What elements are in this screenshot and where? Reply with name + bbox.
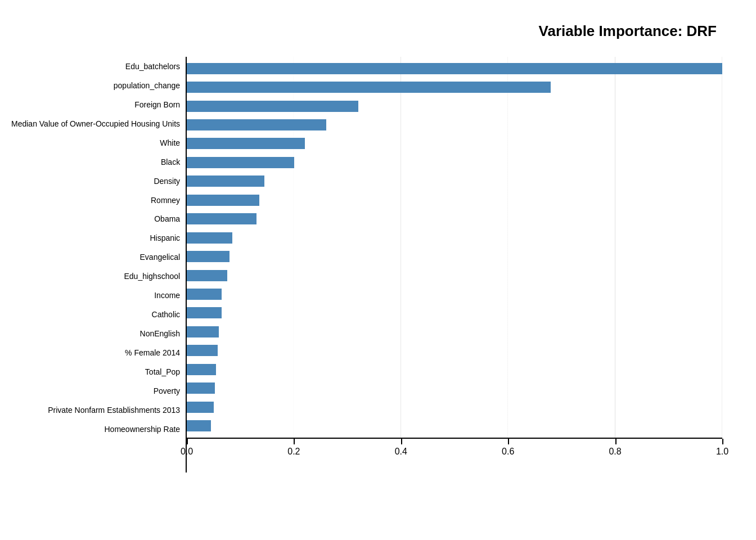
bar [187, 382, 214, 394]
chart-title: Variable Importance: DRF [539, 22, 722, 40]
y-label: White [160, 139, 180, 147]
bar-row [187, 230, 722, 246]
y-label: Private Nonfarm Establishments 2013 [48, 406, 180, 414]
bar [187, 213, 256, 224]
x-tick-label: 0.0 [181, 447, 193, 457]
y-label: NonEnglish [140, 330, 181, 338]
y-label: % Female 2014 [125, 349, 180, 357]
bar [187, 157, 294, 168]
bar-row [187, 136, 722, 151]
y-label: Catholic [152, 310, 181, 318]
bar [187, 138, 304, 149]
bar [187, 402, 214, 413]
bar [187, 119, 326, 130]
y-label: Median Value of Owner-Occupied Housing U… [11, 120, 180, 128]
bar-row [187, 98, 722, 114]
bar-row [187, 399, 722, 415]
y-label: Poverty [154, 387, 180, 395]
x-tick-mark [508, 439, 509, 444]
y-label: Density [154, 177, 180, 185]
bar-row [187, 173, 722, 189]
bar-row [187, 192, 722, 208]
bar [187, 307, 222, 318]
x-axis-area: 0.00.20.40.60.81.0 [186, 439, 722, 472]
x-tick-mark [294, 439, 295, 444]
y-label: population_change [114, 82, 180, 89]
y-label: Foreign Born [134, 101, 180, 109]
y-label: Homeownership Rate [105, 425, 181, 433]
y-label: Edu_batchelors [125, 62, 180, 70]
bar [187, 251, 230, 262]
x-tick-label: 0.6 [502, 447, 514, 457]
y-label: Black [161, 158, 180, 166]
bar [187, 289, 222, 300]
x-tick-label: 0.4 [395, 447, 407, 457]
y-label: Evangelical [140, 253, 181, 261]
y-label: Edu_highschool [124, 272, 180, 280]
bar [187, 176, 264, 187]
bar-row [187, 324, 722, 340]
bar-row [187, 155, 722, 170]
y-label: Obama [154, 215, 180, 223]
bar-row [187, 79, 722, 95]
x-tick-label: 0.8 [609, 447, 621, 457]
bar [187, 326, 219, 338]
bar [187, 101, 358, 112]
bar [187, 420, 211, 431]
x-tick-mark [401, 439, 402, 444]
bars-area [186, 57, 722, 439]
bar [187, 364, 216, 375]
bar-row [187, 418, 722, 434]
bar-row [187, 211, 722, 227]
bar [187, 63, 722, 74]
x-tick-mark [187, 439, 188, 444]
bar-row [187, 117, 722, 133]
y-label: Hispanic [150, 234, 180, 242]
bar-row [187, 305, 722, 321]
bar-row [187, 61, 722, 76]
bar [187, 195, 259, 206]
bar-row [187, 362, 722, 377]
bar-row [187, 343, 722, 358]
x-tick-label: 0.2 [287, 447, 300, 457]
bar [187, 82, 551, 93]
y-label: Romney [151, 196, 180, 204]
bar [187, 232, 232, 244]
y-label: Income [154, 291, 180, 299]
bar-row [187, 249, 722, 264]
chart-body: Edu_batchelorspopulation_changeForeign B… [11, 57, 722, 439]
chart-container: Variable Importance: DRF Edu_batchelorsp… [0, 0, 756, 540]
x-tick-mark [722, 439, 723, 444]
y-label: Total_Pop [145, 368, 180, 376]
bottom-section: 0.00.20.40.60.81.0 [11, 439, 722, 472]
bar-row [187, 380, 722, 396]
bar-row [187, 286, 722, 302]
x-tick-mark [615, 439, 616, 444]
x-tick-label: 1.0 [716, 447, 728, 457]
bar-row [187, 268, 722, 284]
y-labels: Edu_batchelorspopulation_changeForeign B… [11, 57, 186, 439]
bar [187, 345, 218, 356]
bar [187, 270, 227, 281]
